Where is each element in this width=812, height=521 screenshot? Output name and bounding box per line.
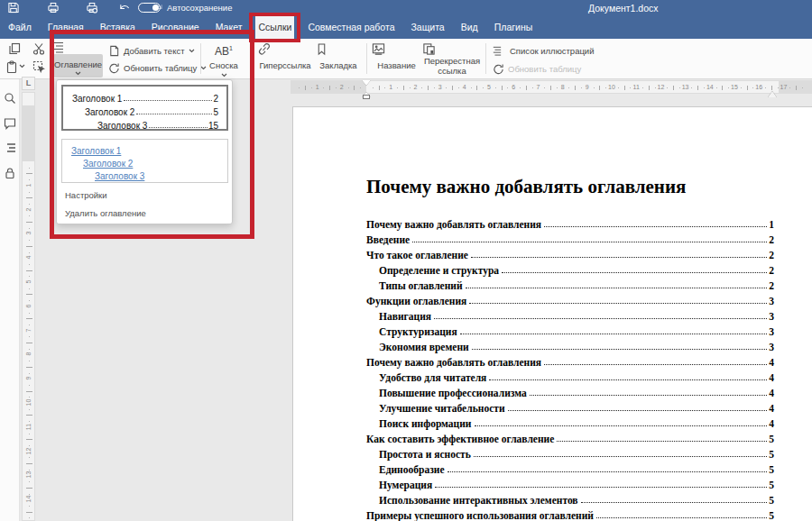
toc-button-pressed-area[interactable]: Оглавление [53, 54, 103, 78]
paste-chevron-icon[interactable] [19, 64, 32, 77]
toc-button-label: Оглавление [54, 59, 102, 69]
toc-preview-link-row: Заголовок 1 [71, 143, 227, 156]
undo-icon[interactable] [118, 2, 131, 14]
figures-list-button[interactable]: Список иллюстраций [493, 45, 595, 57]
toc-entry[interactable]: Функции оглавления3 [366, 291, 774, 306]
toc-entry[interactable]: Нумерация5 [366, 475, 774, 490]
update-table-button[interactable]: Обновить таблицу [108, 62, 207, 74]
toc-preview-row: Заголовок 12 [72, 90, 218, 104]
dot-leader [557, 441, 767, 442]
tab-совместная-работа[interactable]: Совместная работа [305, 14, 397, 39]
bookmark-icon [316, 42, 361, 56]
tab-файл[interactable]: Файл [5, 14, 34, 39]
horizontal-ruler[interactable]: 211234567891011121314151617 [291, 80, 812, 94]
toc-entry[interactable]: Использование интерактивных элементов5 [366, 490, 774, 506]
quick-print-icon[interactable] [86, 2, 98, 14]
toc-preview-row: Заголовок 315 [97, 117, 218, 131]
toc-entry-page: 3 [769, 311, 774, 322]
cut-icon[interactable] [32, 42, 45, 55]
toc-entry[interactable]: Навигация3 [366, 306, 774, 322]
tab-вставка[interactable]: Вставка [97, 14, 138, 39]
table-of-contents-button[interactable]: Оглавление [53, 41, 103, 78]
lock-icon[interactable] [4, 167, 16, 179]
copy-icon[interactable] [8, 42, 21, 55]
toc-entry[interactable]: Единообразие5 [366, 460, 774, 475]
toc-entry[interactable]: Улучшение читабельности4 [366, 398, 774, 414]
toc-entry[interactable]: Почему важно добавлять оглавления1 [366, 215, 774, 230]
document-heading: Почему важно добавлять оглавления [366, 176, 686, 198]
bookmark-label: Закладка [319, 60, 356, 70]
left-indent-marker[interactable] [363, 95, 370, 99]
dot-leader [466, 288, 768, 288]
toc-entry-page: 5 [769, 480, 774, 490]
vertical-ruler[interactable]: 1234567891011121314 [22, 92, 35, 521]
toc-entry[interactable]: Примеры успешного использования оглавлен… [366, 506, 774, 521]
toc-entry-title: Нумерация [379, 480, 432, 490]
toc-entry[interactable]: Определение и структура2 [366, 260, 774, 276]
tab-макет[interactable]: Макет [213, 14, 245, 39]
save-icon[interactable] [7, 2, 20, 14]
toc-entry[interactable]: Экономия времени3 [366, 337, 774, 352]
toc-entry-page: 2 [769, 234, 774, 245]
dot-leader [474, 456, 768, 457]
autosave-toggle[interactable] [138, 3, 161, 13]
tab-защита[interactable]: Защита [408, 14, 447, 39]
tab-главная[interactable]: Главная [45, 14, 87, 39]
tab-ссылки[interactable]: Ссылки [255, 14, 294, 39]
toc-dropdown-panel: Заголовок 12Заголовок 25Заголовок 315 За… [56, 79, 233, 224]
dot-leader [502, 272, 767, 273]
toc-entry[interactable]: Что такое оглавление2 [366, 245, 774, 260]
right-indent-marker[interactable] [768, 87, 777, 97]
comments-icon[interactable] [4, 117, 16, 130]
print-icon[interactable] [47, 2, 60, 14]
dot-leader [460, 334, 768, 334]
select-icon[interactable] [32, 60, 45, 73]
toc-entry[interactable]: Как составить эффективное оглавление5 [366, 429, 774, 444]
toc-entry[interactable]: Почему важно добавлять оглавления4 [366, 352, 774, 368]
toc-entry[interactable]: Структуризация3 [366, 322, 774, 337]
toc-entry-page: 5 [769, 434, 774, 444]
document-title: Документ1.docx [588, 3, 659, 14]
search-icon[interactable] [4, 92, 16, 105]
dot-leader [530, 395, 768, 396]
menu-bar: ФайлГлавнаяВставкаРисованиеМакетСсылкиСо… [0, 14, 812, 39]
toc-entry[interactable]: Поиск информации4 [366, 414, 774, 429]
tab-вид[interactable]: Вид [458, 14, 481, 39]
update-table-disabled-label: Обновить таблицу [508, 64, 581, 74]
toc-entry[interactable]: Повышение профессионализма4 [366, 383, 774, 398]
toc-remove-item[interactable]: Удалить оглавление [65, 208, 146, 218]
tab-stop-selector[interactable]: L [22, 77, 35, 90]
toggle-knob [152, 5, 159, 11]
dot-leader [475, 425, 768, 426]
refresh-icon [108, 62, 120, 74]
left-sidebar [0, 79, 20, 521]
toc-entry-title: Улучшение читабельности [379, 403, 505, 414]
toc-entry-title: Простота и ясность [379, 449, 471, 460]
toc-entry-page: 3 [769, 296, 774, 306]
add-text-button[interactable]: Добавить текст [108, 45, 195, 57]
bookmark-button[interactable]: Закладка [316, 42, 361, 72]
toc-entry[interactable]: Типы оглавлений2 [366, 276, 774, 291]
chevron-down-icon [221, 73, 227, 78]
toc-entry[interactable]: Простота и ясность5 [366, 444, 774, 460]
paste-icon[interactable] [5, 60, 18, 73]
title-bar: Автосохранение Документ1.docx [0, 0, 812, 14]
toc-entry[interactable]: Введение2 [366, 230, 774, 245]
cross-reference-button[interactable]: Перекрестная ссылка [422, 42, 482, 76]
navigation-icon[interactable] [4, 142, 16, 154]
toc-entry-title: Определение и структура [379, 265, 499, 276]
document-page[interactable]: Почему важно добавлять оглавления Почему… [292, 106, 812, 521]
caption-button[interactable]: Название [372, 42, 421, 72]
toc-entry[interactable]: Удобство для читателя4 [366, 368, 774, 383]
tab-рисование[interactable]: Рисование [149, 14, 202, 39]
toc-settings-item[interactable]: Настройки [65, 190, 107, 200]
footnote-button[interactable]: AB1 Сноска [204, 42, 244, 78]
tab-плагины[interactable]: Плагины [492, 14, 536, 39]
toc-style-option-links[interactable]: Заголовок 1Заголовок 2Заголовок 3 [61, 139, 228, 183]
toc-style-option-pages[interactable]: Заголовок 12Заголовок 25Заголовок 315 [61, 85, 228, 131]
hyperlink-button[interactable]: Гиперссылка [257, 42, 313, 72]
toc-entry-page: 5 [769, 510, 774, 521]
toc-entry-title: Функции оглавления [366, 296, 466, 306]
toc-entry-title: Использование интерактивных элементов [379, 495, 578, 506]
toc-entry-page: 2 [769, 280, 774, 291]
